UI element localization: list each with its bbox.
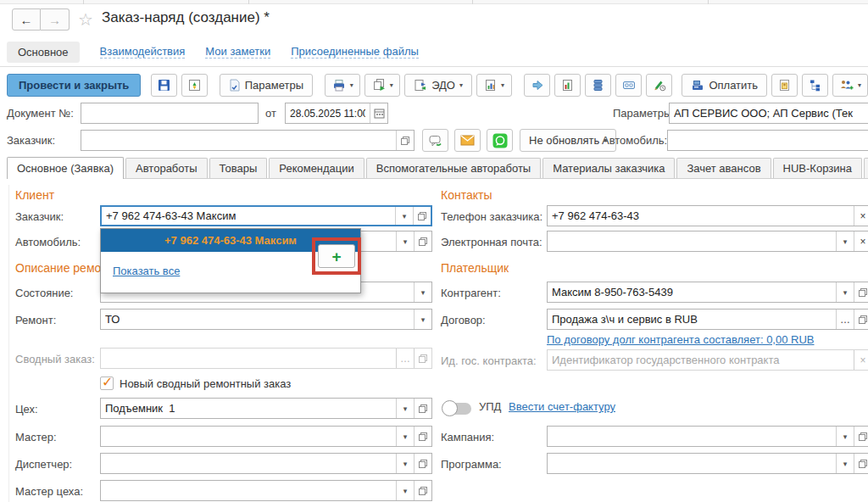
- tab-aux-works[interactable]: Вспомогательные автоработы: [366, 158, 541, 178]
- chevron-down-icon: ▾: [858, 81, 861, 89]
- car-top-input[interactable]: [668, 131, 868, 150]
- chevron-down-icon[interactable]: ▾: [836, 231, 854, 251]
- shop-master-input[interactable]: [101, 481, 396, 500]
- favorite-star-icon[interactable]: ☆: [78, 9, 93, 30]
- phone-input[interactable]: [548, 206, 854, 226]
- chevron-down-icon[interactable]: ▾: [396, 427, 414, 446]
- chevron-down-icon[interactable]: ▾: [836, 427, 854, 446]
- clear-icon[interactable]: ×: [854, 350, 868, 370]
- summary-order-input[interactable]: [101, 349, 396, 368]
- structure-button[interactable]: [802, 74, 828, 97]
- clear-icon[interactable]: ×: [854, 206, 868, 226]
- whatsapp-button[interactable]: [487, 129, 513, 152]
- nav-attached-files[interactable]: Присоединенные файлы: [291, 45, 419, 59]
- from-label: от: [265, 107, 276, 120]
- post-and-close-button[interactable]: Провести и закрыть: [7, 74, 141, 97]
- new-summary-order-checkbox[interactable]: ✓ Новый сводный ремонтный заказ: [100, 376, 291, 390]
- calendar-icon[interactable]: [370, 103, 387, 123]
- chevron-down-icon[interactable]: ▾: [396, 399, 414, 418]
- shop-input[interactable]: [101, 399, 396, 418]
- open-icon[interactable]: [854, 282, 868, 302]
- open-icon[interactable]: [854, 310, 868, 329]
- open-icon[interactable]: [414, 481, 431, 500]
- email-button[interactable]: [454, 129, 481, 152]
- tab-auto-works[interactable]: Автоработы: [125, 158, 207, 178]
- back-button[interactable]: ←: [12, 8, 41, 31]
- master-input[interactable]: [101, 427, 396, 446]
- open-icon[interactable]: [414, 427, 431, 446]
- gov-contract-input[interactable]: [548, 350, 854, 370]
- data-list-button[interactable]: [585, 74, 611, 97]
- show-all-link[interactable]: Показать все: [113, 265, 180, 277]
- contract-debt-link[interactable]: По договору долг контрагента составляет:…: [547, 333, 815, 346]
- chevron-down-icon[interactable]: ▾: [396, 454, 414, 473]
- create-new-button[interactable]: +: [318, 244, 355, 268]
- chevron-down-icon[interactable]: ▾: [414, 310, 431, 329]
- chevron-down-icon[interactable]: ▾: [836, 454, 854, 473]
- cassette-button[interactable]: [615, 74, 642, 97]
- open-icon[interactable]: [414, 454, 431, 473]
- edo-button[interactable]: ЭДО▾: [404, 74, 472, 97]
- open-icon[interactable]: [854, 427, 868, 446]
- chevron-down-icon[interactable]: ▾: [395, 207, 413, 225]
- edit-time-button[interactable]: [646, 74, 672, 97]
- master-label: Мастер:: [15, 431, 57, 443]
- open-icon[interactable]: [854, 454, 868, 473]
- customer-input[interactable]: [102, 207, 395, 225]
- doc-number-input[interactable]: [81, 103, 258, 123]
- post-document-button[interactable]: [181, 74, 208, 97]
- ellipsis-icon[interactable]: …: [396, 349, 414, 368]
- dispatcher-input[interactable]: [101, 454, 396, 473]
- tab-main-request[interactable]: Основное (Заявка): [7, 157, 124, 179]
- toolbar: Провести и закрыть Параметры ▾ ▾ ЭДО▾ ▾ …: [7, 72, 868, 98]
- chevron-down-icon[interactable]: ▾: [414, 282, 431, 302]
- open-icon[interactable]: [414, 399, 431, 418]
- pay-button[interactable]: Оплатить: [682, 74, 767, 97]
- nav-my-notes[interactable]: Мои заметки: [205, 45, 270, 59]
- nav-main[interactable]: Основное: [7, 42, 80, 63]
- chevron-down-icon[interactable]: ▾: [396, 481, 414, 500]
- nav-interactions[interactable]: Взаимодействия: [100, 45, 186, 59]
- report-button[interactable]: ▾: [476, 74, 512, 97]
- repair-input[interactable]: [101, 310, 414, 329]
- campaign-input[interactable]: [548, 427, 836, 446]
- tab-recommendations[interactable]: Рекомендации: [269, 158, 364, 178]
- doc-date-input[interactable]: [286, 103, 370, 123]
- contract-input[interactable]: [548, 310, 836, 329]
- forward-button[interactable]: →: [41, 8, 70, 31]
- program-input[interactable]: [548, 454, 836, 473]
- tab-goods[interactable]: Товары: [209, 158, 268, 178]
- server-icon: [592, 79, 604, 92]
- photo-button[interactable]: [771, 74, 798, 97]
- open-icon[interactable]: [396, 131, 414, 150]
- ellipsis-icon[interactable]: …: [836, 310, 854, 329]
- tab-hub-cart[interactable]: HUB-Корзина: [773, 158, 862, 178]
- call-button[interactable]: [422, 129, 448, 152]
- contractor-input[interactable]: [548, 282, 836, 302]
- printer-icon: [332, 79, 346, 92]
- tab-additional[interactable]: Дополнительно: [864, 158, 868, 178]
- print-button[interactable]: ▾: [325, 74, 360, 97]
- chevron-down-icon[interactable]: ▾: [396, 231, 414, 251]
- copy-button[interactable]: ▾: [364, 74, 400, 97]
- enter-invoice-link[interactable]: Ввести счет-фактуру: [509, 400, 615, 413]
- save-button[interactable]: [151, 74, 177, 97]
- chevron-down-icon[interactable]: ▾: [836, 282, 854, 302]
- clear-icon[interactable]: ×: [854, 231, 868, 251]
- tab-advance-offset[interactable]: Зачет авансов: [676, 158, 771, 178]
- email-input[interactable]: [548, 231, 836, 251]
- customer-top-input[interactable]: [81, 131, 396, 150]
- move-forward-button[interactable]: [524, 74, 550, 97]
- tab-customer-materials[interactable]: Материалы заказчика: [542, 158, 675, 178]
- add-users-button[interactable]: ▾: [832, 74, 868, 97]
- checkbox-box[interactable]: ✓: [100, 376, 114, 390]
- open-icon[interactable]: [414, 349, 431, 368]
- upd-toggle[interactable]: [442, 403, 471, 415]
- customer-top-field: [81, 130, 415, 151]
- chart-report-button[interactable]: [554, 74, 581, 97]
- open-icon[interactable]: [413, 207, 431, 225]
- main-nav: Основное Взаимодействия Мои заметки Прис…: [7, 40, 419, 64]
- parameters-input[interactable]: [670, 103, 868, 123]
- parameters-button[interactable]: Параметры: [220, 74, 313, 97]
- open-icon[interactable]: [414, 231, 431, 251]
